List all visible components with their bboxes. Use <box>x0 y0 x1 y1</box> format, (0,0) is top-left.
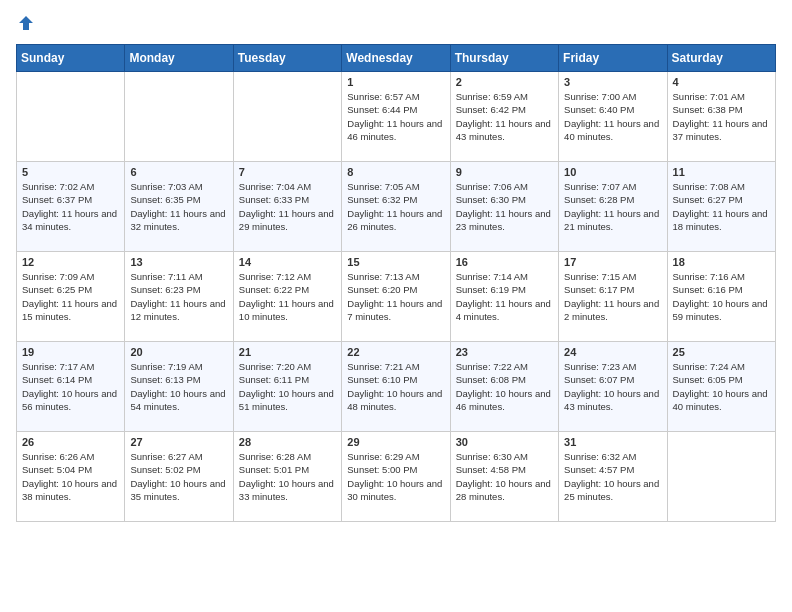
day-number: 26 <box>22 436 119 448</box>
day-info: Sunrise: 7:15 AM Sunset: 6:17 PM Dayligh… <box>564 270 661 323</box>
day-number: 22 <box>347 346 444 358</box>
calendar-cell: 3Sunrise: 7:00 AM Sunset: 6:40 PM Daylig… <box>559 72 667 162</box>
calendar-cell: 6Sunrise: 7:03 AM Sunset: 6:35 PM Daylig… <box>125 162 233 252</box>
day-info: Sunrise: 7:16 AM Sunset: 6:16 PM Dayligh… <box>673 270 770 323</box>
calendar-cell: 13Sunrise: 7:11 AM Sunset: 6:23 PM Dayli… <box>125 252 233 342</box>
day-info: Sunrise: 7:14 AM Sunset: 6:19 PM Dayligh… <box>456 270 553 323</box>
day-number: 17 <box>564 256 661 268</box>
day-number: 21 <box>239 346 336 358</box>
day-number: 23 <box>456 346 553 358</box>
day-number: 24 <box>564 346 661 358</box>
calendar-table: SundayMondayTuesdayWednesdayThursdayFrid… <box>16 44 776 522</box>
calendar-week-row: 1Sunrise: 6:57 AM Sunset: 6:44 PM Daylig… <box>17 72 776 162</box>
calendar-cell: 5Sunrise: 7:02 AM Sunset: 6:37 PM Daylig… <box>17 162 125 252</box>
day-info: Sunrise: 7:12 AM Sunset: 6:22 PM Dayligh… <box>239 270 336 323</box>
day-info: Sunrise: 7:23 AM Sunset: 6:07 PM Dayligh… <box>564 360 661 413</box>
calendar-cell: 10Sunrise: 7:07 AM Sunset: 6:28 PM Dayli… <box>559 162 667 252</box>
day-number: 11 <box>673 166 770 178</box>
calendar-week-row: 12Sunrise: 7:09 AM Sunset: 6:25 PM Dayli… <box>17 252 776 342</box>
logo <box>16 16 35 32</box>
day-info: Sunrise: 6:28 AM Sunset: 5:01 PM Dayligh… <box>239 450 336 503</box>
calendar-week-row: 19Sunrise: 7:17 AM Sunset: 6:14 PM Dayli… <box>17 342 776 432</box>
calendar-cell: 14Sunrise: 7:12 AM Sunset: 6:22 PM Dayli… <box>233 252 341 342</box>
day-info: Sunrise: 6:59 AM Sunset: 6:42 PM Dayligh… <box>456 90 553 143</box>
calendar-week-row: 5Sunrise: 7:02 AM Sunset: 6:37 PM Daylig… <box>17 162 776 252</box>
calendar-cell: 28Sunrise: 6:28 AM Sunset: 5:01 PM Dayli… <box>233 432 341 522</box>
day-info: Sunrise: 7:01 AM Sunset: 6:38 PM Dayligh… <box>673 90 770 143</box>
day-number: 12 <box>22 256 119 268</box>
day-info: Sunrise: 7:05 AM Sunset: 6:32 PM Dayligh… <box>347 180 444 233</box>
calendar-cell: 31Sunrise: 6:32 AM Sunset: 4:57 PM Dayli… <box>559 432 667 522</box>
calendar-header-thursday: Thursday <box>450 45 558 72</box>
calendar-cell: 26Sunrise: 6:26 AM Sunset: 5:04 PM Dayli… <box>17 432 125 522</box>
day-info: Sunrise: 7:20 AM Sunset: 6:11 PM Dayligh… <box>239 360 336 413</box>
day-number: 4 <box>673 76 770 88</box>
day-number: 8 <box>347 166 444 178</box>
calendar-week-row: 26Sunrise: 6:26 AM Sunset: 5:04 PM Dayli… <box>17 432 776 522</box>
calendar-header-sunday: Sunday <box>17 45 125 72</box>
calendar-header-saturday: Saturday <box>667 45 775 72</box>
calendar-cell <box>667 432 775 522</box>
day-info: Sunrise: 7:04 AM Sunset: 6:33 PM Dayligh… <box>239 180 336 233</box>
day-number: 6 <box>130 166 227 178</box>
calendar-header-monday: Monday <box>125 45 233 72</box>
day-number: 31 <box>564 436 661 448</box>
calendar-cell <box>17 72 125 162</box>
calendar-cell: 22Sunrise: 7:21 AM Sunset: 6:10 PM Dayli… <box>342 342 450 432</box>
day-number: 18 <box>673 256 770 268</box>
day-number: 7 <box>239 166 336 178</box>
calendar-cell: 11Sunrise: 7:08 AM Sunset: 6:27 PM Dayli… <box>667 162 775 252</box>
calendar-cell: 27Sunrise: 6:27 AM Sunset: 5:02 PM Dayli… <box>125 432 233 522</box>
svg-marker-0 <box>19 16 33 30</box>
day-number: 15 <box>347 256 444 268</box>
day-info: Sunrise: 6:27 AM Sunset: 5:02 PM Dayligh… <box>130 450 227 503</box>
day-info: Sunrise: 7:11 AM Sunset: 6:23 PM Dayligh… <box>130 270 227 323</box>
calendar-cell: 4Sunrise: 7:01 AM Sunset: 6:38 PM Daylig… <box>667 72 775 162</box>
day-info: Sunrise: 7:08 AM Sunset: 6:27 PM Dayligh… <box>673 180 770 233</box>
day-number: 27 <box>130 436 227 448</box>
day-info: Sunrise: 6:26 AM Sunset: 5:04 PM Dayligh… <box>22 450 119 503</box>
day-info: Sunrise: 7:21 AM Sunset: 6:10 PM Dayligh… <box>347 360 444 413</box>
day-number: 30 <box>456 436 553 448</box>
day-info: Sunrise: 7:06 AM Sunset: 6:30 PM Dayligh… <box>456 180 553 233</box>
calendar-cell: 9Sunrise: 7:06 AM Sunset: 6:30 PM Daylig… <box>450 162 558 252</box>
calendar-cell: 12Sunrise: 7:09 AM Sunset: 6:25 PM Dayli… <box>17 252 125 342</box>
page-header <box>16 16 776 32</box>
calendar-cell: 23Sunrise: 7:22 AM Sunset: 6:08 PM Dayli… <box>450 342 558 432</box>
day-number: 3 <box>564 76 661 88</box>
day-info: Sunrise: 7:19 AM Sunset: 6:13 PM Dayligh… <box>130 360 227 413</box>
calendar-cell: 25Sunrise: 7:24 AM Sunset: 6:05 PM Dayli… <box>667 342 775 432</box>
day-info: Sunrise: 6:30 AM Sunset: 4:58 PM Dayligh… <box>456 450 553 503</box>
day-info: Sunrise: 7:00 AM Sunset: 6:40 PM Dayligh… <box>564 90 661 143</box>
day-number: 5 <box>22 166 119 178</box>
day-number: 10 <box>564 166 661 178</box>
calendar-cell: 19Sunrise: 7:17 AM Sunset: 6:14 PM Dayli… <box>17 342 125 432</box>
day-number: 16 <box>456 256 553 268</box>
day-info: Sunrise: 7:02 AM Sunset: 6:37 PM Dayligh… <box>22 180 119 233</box>
day-info: Sunrise: 7:13 AM Sunset: 6:20 PM Dayligh… <box>347 270 444 323</box>
calendar-header-row: SundayMondayTuesdayWednesdayThursdayFrid… <box>17 45 776 72</box>
calendar-cell: 21Sunrise: 7:20 AM Sunset: 6:11 PM Dayli… <box>233 342 341 432</box>
day-info: Sunrise: 7:17 AM Sunset: 6:14 PM Dayligh… <box>22 360 119 413</box>
logo-icon <box>17 14 35 32</box>
day-info: Sunrise: 6:29 AM Sunset: 5:00 PM Dayligh… <box>347 450 444 503</box>
day-number: 14 <box>239 256 336 268</box>
calendar-cell: 17Sunrise: 7:15 AM Sunset: 6:17 PM Dayli… <box>559 252 667 342</box>
day-number: 2 <box>456 76 553 88</box>
calendar-header-wednesday: Wednesday <box>342 45 450 72</box>
day-number: 19 <box>22 346 119 358</box>
calendar-cell: 2Sunrise: 6:59 AM Sunset: 6:42 PM Daylig… <box>450 72 558 162</box>
day-info: Sunrise: 6:32 AM Sunset: 4:57 PM Dayligh… <box>564 450 661 503</box>
day-number: 25 <box>673 346 770 358</box>
calendar-header-friday: Friday <box>559 45 667 72</box>
calendar-cell: 30Sunrise: 6:30 AM Sunset: 4:58 PM Dayli… <box>450 432 558 522</box>
day-number: 13 <box>130 256 227 268</box>
day-info: Sunrise: 7:22 AM Sunset: 6:08 PM Dayligh… <box>456 360 553 413</box>
calendar-cell: 8Sunrise: 7:05 AM Sunset: 6:32 PM Daylig… <box>342 162 450 252</box>
calendar-cell: 20Sunrise: 7:19 AM Sunset: 6:13 PM Dayli… <box>125 342 233 432</box>
calendar-cell: 7Sunrise: 7:04 AM Sunset: 6:33 PM Daylig… <box>233 162 341 252</box>
day-info: Sunrise: 7:24 AM Sunset: 6:05 PM Dayligh… <box>673 360 770 413</box>
calendar-cell <box>233 72 341 162</box>
day-number: 29 <box>347 436 444 448</box>
day-number: 20 <box>130 346 227 358</box>
